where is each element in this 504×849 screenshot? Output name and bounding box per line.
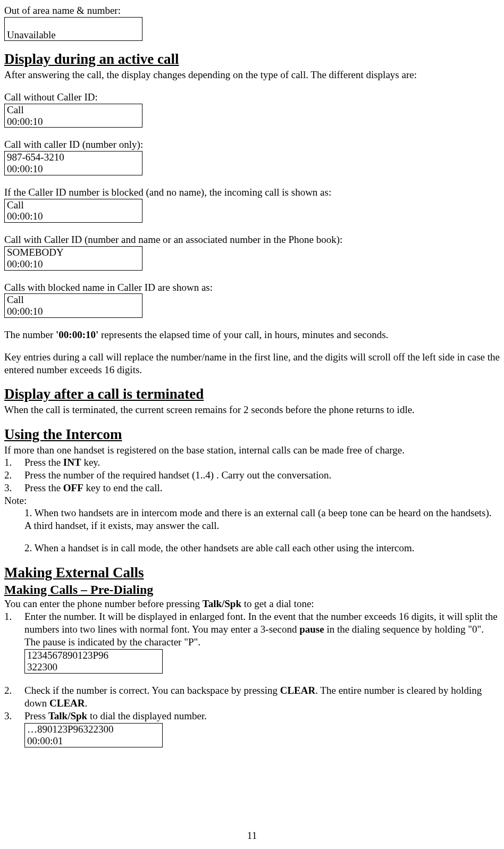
- text-bold: OFF: [63, 482, 83, 493]
- display-box: 1234567890123P96 322300: [24, 649, 163, 674]
- text: key.: [81, 457, 100, 468]
- text-bold: INT: [63, 457, 81, 468]
- list-item: 3. Press Talk/Spk to dial the displayed …: [4, 710, 500, 749]
- box-line: Call: [7, 199, 140, 211]
- note-text: 2. When a handset is in call mode, the o…: [4, 542, 500, 554]
- paragraph: After answering the call, the display ch…: [4, 69, 500, 81]
- text: The number: [4, 329, 56, 340]
- text-bold: CLEAR: [49, 697, 85, 709]
- heading-terminated: Display after a call is terminated: [4, 385, 500, 404]
- box-line: 322300: [27, 661, 160, 673]
- display-box-unavailable: Unavailable: [4, 17, 142, 41]
- display-box: Call 00:00:10: [4, 104, 142, 128]
- box-line: 00:00:10: [7, 258, 140, 270]
- list-text: Press Talk/Spk to dial the displayed num…: [24, 710, 500, 749]
- text: key to end the call.: [83, 482, 163, 493]
- paragraph: Key entries during a call will replace t…: [4, 351, 500, 376]
- text-bold: '00:00:10': [56, 329, 98, 340]
- box-line: 00:00:10: [7, 211, 140, 222]
- text-bold: Talk/Spk: [203, 598, 241, 609]
- text-bold: Talk/Spk: [48, 710, 87, 721]
- text-bold: pause: [299, 624, 324, 635]
- list-number: 3.: [4, 482, 24, 494]
- list-item: 1. Enter the number. It will be displaye…: [4, 610, 500, 675]
- list-item: 2. Check if the number is correct. You c…: [4, 684, 500, 710]
- paragraph: The number '00:00:10' represents the ela…: [4, 329, 500, 341]
- label: If the Caller ID number is blocked (and …: [4, 186, 500, 199]
- label: Call without Caller ID:: [4, 91, 500, 104]
- box-line: 00:00:10: [7, 163, 140, 175]
- text: You can enter the phone number before pr…: [4, 598, 203, 609]
- box-line: 1234567890123P96: [27, 650, 160, 661]
- list-item: 1. Press the INT key.: [4, 456, 500, 469]
- heading-intercom: Using the Intercom: [4, 426, 500, 444]
- box-line: SOMEBODY: [7, 247, 140, 258]
- display-box: 987-654-3210 00:00:10: [4, 151, 142, 175]
- list-text: Check if the number is correct. You can …: [24, 684, 500, 710]
- heading-external: Making External Calls: [4, 564, 500, 582]
- predial-steps: 1. Enter the number. It will be displaye…: [4, 610, 500, 749]
- paragraph: You can enter the phone number before pr…: [4, 598, 500, 610]
- text: to get a dial tone:: [241, 598, 314, 609]
- note-text: 1. When two handsets are in intercom mod…: [4, 507, 500, 532]
- out-of-area-label: Out of area name & number:: [4, 4, 500, 17]
- box-line: Call: [7, 104, 140, 116]
- heading-active-call: Display during an active call: [4, 51, 500, 69]
- list-number: 1.: [4, 456, 24, 469]
- box-line: Unavailable: [7, 29, 140, 41]
- box-line: 00:00:10: [7, 116, 140, 128]
- intercom-steps: 1. Press the INT key. 2. Press the numbe…: [4, 456, 500, 494]
- list-number: 2.: [4, 469, 24, 482]
- box-line: [7, 18, 140, 29]
- heading-predial: Making Calls – Pre-Dialing: [4, 582, 500, 598]
- list-number: 3.: [4, 710, 24, 749]
- text: to dial the displayed number.: [87, 710, 207, 721]
- list-item: 3. Press the OFF key to end the call.: [4, 482, 500, 494]
- list-number: 2.: [4, 684, 24, 710]
- note-label: Note:: [4, 494, 500, 507]
- text: .: [85, 697, 88, 709]
- list-number: 1.: [4, 610, 24, 675]
- box-line: …890123P96322300: [27, 724, 160, 735]
- list-item: 2. Press the number of the required hand…: [4, 469, 500, 482]
- label: Call with caller ID (number only):: [4, 138, 500, 151]
- list-text: Enter the number. It will be displayed i…: [24, 610, 500, 675]
- text: Check if the number is correct. You can …: [24, 685, 280, 696]
- box-line: 00:00:10: [7, 306, 140, 317]
- list-text: Press the number of the required handset…: [24, 469, 500, 482]
- display-box: …890123P96322300 00:00:01: [24, 723, 163, 747]
- list-text: Press the OFF key to end the call.: [24, 482, 500, 494]
- text: represents the elapsed time of your call…: [98, 329, 388, 340]
- display-box: Call 00:00:10: [4, 199, 142, 223]
- text-bold: CLEAR: [280, 685, 316, 696]
- paragraph: If more than one handset is registered o…: [4, 444, 500, 457]
- display-box: SOMEBODY 00:00:10: [4, 246, 142, 271]
- display-box: Call 00:00:10: [4, 293, 142, 318]
- text: Press the: [24, 482, 63, 493]
- list-text: Press the INT key.: [24, 456, 500, 469]
- box-line: 987-654-3210: [7, 152, 140, 163]
- text: Press: [24, 710, 48, 721]
- text: Press the: [24, 457, 63, 468]
- paragraph: When the call is terminated, the current…: [4, 404, 500, 416]
- box-line: Call: [7, 294, 140, 306]
- box-line: 00:00:01: [27, 735, 160, 747]
- label: Call with Caller ID (number and name or …: [4, 233, 500, 246]
- label: Calls with blocked name in Caller ID are…: [4, 281, 500, 294]
